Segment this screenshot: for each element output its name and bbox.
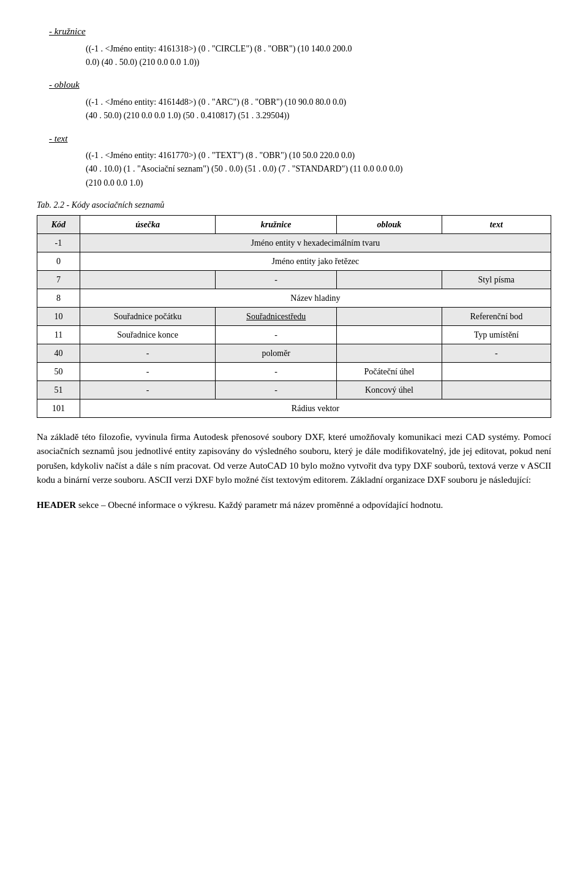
table-row: -1Jméno entity v hexadecimálním tvaru [37,234,551,252]
table-cell: - [216,326,337,344]
oblouk-code: ((-1 . <Jméno entity: 41614d8>) (0 . "AR… [86,96,551,123]
table-cell: Rádius vektor [80,399,551,418]
kruznice-code-line2: 0.0) (40 . 50.0) (210 0.0 0.0 1.0)) [86,58,199,67]
table-row: 40-poloměr- [37,344,551,363]
text-code-line1: ((-1 . <Jméno entity: 4161770>) (0 . "TE… [86,151,355,160]
table-cell: Souřadnicestředu [216,308,337,326]
table-cell: Souřadnice počátku [80,308,215,326]
table-cell: Název hladiny [80,289,551,308]
col-header-usecka: úsečka [80,216,215,234]
table-cell: 11 [37,326,80,344]
text-title: - text [49,132,551,146]
table-cell: Koncový úhel [337,381,442,399]
table-cell: Jméno entity jako řetězec [80,252,551,271]
table-cell: -1 [37,234,80,252]
text-code: ((-1 . <Jméno entity: 4161770>) (0 . "TE… [86,149,551,190]
kruznice-code-line1: ((-1 . <Jméno entity: 4161318>) (0 . "CI… [86,44,352,53]
table-row: 50--Počáteční úhel [37,363,551,381]
text-code-line3: (210 0.0 0.0 1.0) [86,178,143,187]
col-header-kruznice: kružnice [216,216,337,234]
table-row: 11Souřadnice konce-Typ umístění [37,326,551,344]
oblouk-code-line2: (40 . 50.0) (210 0.0 0.0 1.0) (50 . 0.41… [86,111,289,120]
oblouk-section: - oblouk ((-1 . <Jméno entity: 41614d8>)… [49,78,551,123]
association-table: Kód úsečka kružnice oblouk text -1Jméno … [37,215,551,418]
kruznice-section: - kružnice ((-1 . <Jméno entity: 4161318… [49,25,551,69]
oblouk-code-line1: ((-1 . <Jméno entity: 41614d8>) (0 . "AR… [86,97,346,107]
table-cell: Referenční bod [442,308,551,326]
table-cell: - [442,344,551,363]
table-cell [337,344,442,363]
table-row: 101Rádius vektor [37,399,551,418]
table-row: 51--Koncový úhel [37,381,551,399]
table-cell: - [80,344,215,363]
table-cell: Souřadnice konce [80,326,215,344]
table-cell: 0 [37,252,80,271]
table-cell: 51 [37,381,80,399]
table-cell: - [216,381,337,399]
oblouk-title: - oblouk [49,78,551,92]
table-cell: Styl písma [442,271,551,289]
table-row: 0Jméno entity jako řetězec [37,252,551,271]
header-text-content: sekce – Obecné informace o výkresu. Každ… [78,500,443,510]
table-cell: Typ umístění [442,326,551,344]
table-cell: 50 [37,363,80,381]
table-cell: 7 [37,271,80,289]
table-cell [442,363,551,381]
table-cell: poloměr [216,344,337,363]
table-cell: 10 [37,308,80,326]
col-header-kod: Kód [37,216,80,234]
table-cell: 101 [37,399,80,418]
table-cell: Jméno entity v hexadecimálním tvaru [80,234,551,252]
text-section: - text ((-1 . <Jméno entity: 4161770>) (… [49,132,551,191]
table-cell: - [216,363,337,381]
table-cell: Počáteční úhel [337,363,442,381]
table-row: 8Název hladiny [37,289,551,308]
col-header-text: text [442,216,551,234]
table-row: 10Souřadnice počátkuSouřadnicestředuRefe… [37,308,551,326]
text-code-line2: (40 . 10.0) (1 . "Asociační seznam") (50… [86,164,402,173]
table-cell: - [80,381,215,399]
table-row: 7-Styl písma [37,271,551,289]
table-cell [80,271,215,289]
kruznice-title: - kružnice [49,25,551,39]
table-cell: 40 [37,344,80,363]
table-cell [442,381,551,399]
col-header-oblouk: oblouk [337,216,442,234]
table-cell [337,308,442,326]
table-cell: - [80,363,215,381]
table-caption: Tab. 2.2 - Kódy asociačních seznamů [37,199,551,211]
table-cell: 8 [37,289,80,308]
header-label: HEADER [37,500,76,510]
kruznice-code: ((-1 . <Jméno entity: 4161318>) (0 . "CI… [86,42,551,70]
footer-section: HEADER sekce – Obecné informace o výkres… [37,498,551,512]
table-cell: - [216,271,337,289]
main-paragraph: Na základě této filozofie, vyvinula firm… [37,430,551,487]
table-cell [337,326,442,344]
table-cell [337,271,442,289]
